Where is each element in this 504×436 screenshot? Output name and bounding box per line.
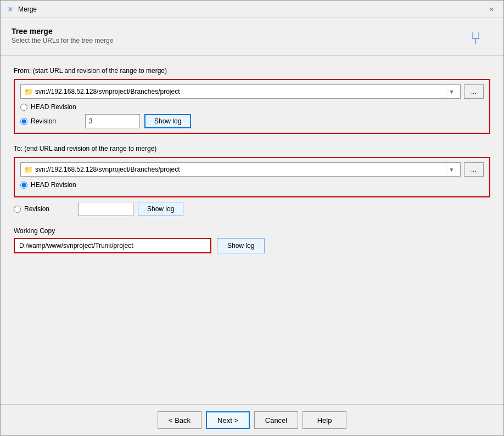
titlebar: ✳ Merge × bbox=[1, 1, 503, 18]
to-revision-radio[interactable] bbox=[14, 206, 21, 213]
working-copy-section: Working Copy Show log bbox=[14, 227, 490, 253]
svg-text:⑂: ⑂ bbox=[471, 29, 481, 48]
from-folder-icon: 📁 bbox=[24, 88, 33, 96]
working-copy-show-log-button[interactable]: Show log bbox=[217, 238, 265, 253]
back-button[interactable]: < Back bbox=[158, 411, 201, 429]
from-revision-label[interactable]: Revision bbox=[31, 117, 56, 125]
content-area: From: (start URL and revision of the ran… bbox=[1, 56, 503, 404]
from-head-radio[interactable] bbox=[20, 104, 27, 111]
from-head-label[interactable]: HEAD Revision bbox=[31, 103, 76, 111]
to-revision-row: Revision Show log bbox=[14, 202, 490, 216]
to-folder-icon: 📁 bbox=[24, 166, 33, 174]
from-url-row: 📁 ▼ ... bbox=[20, 84, 484, 99]
to-revision-label[interactable]: Revision bbox=[24, 205, 49, 213]
from-section: From: (start URL and revision of the ran… bbox=[14, 67, 490, 134]
from-revision-radio-wrapper: Revision bbox=[20, 117, 81, 125]
to-show-log-button[interactable]: Show log bbox=[138, 202, 183, 216]
next-button[interactable]: Next > bbox=[206, 411, 250, 429]
to-url-input[interactable] bbox=[35, 166, 444, 173]
to-url-row: 📁 ▼ ... bbox=[20, 162, 484, 177]
to-head-radio[interactable] bbox=[20, 182, 27, 189]
to-section: To: (end URL and revision of the range t… bbox=[14, 145, 490, 216]
help-button[interactable]: Help bbox=[303, 411, 346, 429]
from-url-input[interactable] bbox=[35, 88, 444, 95]
to-url-dropdown[interactable]: ▼ bbox=[446, 163, 457, 176]
working-copy-input[interactable] bbox=[14, 238, 211, 253]
from-revision-input[interactable] bbox=[85, 114, 140, 128]
to-label: To: (end URL and revision of the range t… bbox=[14, 145, 490, 152]
page-subtitle: Select the URLs for the tree merge bbox=[12, 37, 113, 44]
working-copy-row: Show log bbox=[14, 238, 490, 253]
window-title: Merge bbox=[18, 5, 37, 13]
from-show-log-button[interactable]: Show log bbox=[144, 114, 191, 128]
to-revision-input[interactable] bbox=[79, 202, 133, 216]
working-copy-label: Working Copy bbox=[14, 227, 490, 235]
footer: < Back Next > Cancel Help bbox=[1, 404, 503, 435]
to-head-label[interactable]: HEAD Revision bbox=[31, 181, 76, 189]
from-browse-button[interactable]: ... bbox=[464, 84, 484, 99]
close-button[interactable]: × bbox=[485, 3, 498, 16]
merge-logo-icon: ⑂ bbox=[471, 27, 492, 49]
from-url-wrapper: 📁 ▼ bbox=[20, 84, 461, 99]
cancel-button[interactable]: Cancel bbox=[254, 411, 298, 429]
titlebar-left: ✳ Merge bbox=[6, 5, 37, 14]
window-icon: ✳ bbox=[6, 5, 15, 14]
page-title: Tree merge bbox=[12, 27, 113, 36]
from-box: 📁 ▼ ... HEAD Revision Revision bbox=[14, 79, 490, 134]
from-revision-row: Revision Show log bbox=[20, 114, 484, 128]
to-url-wrapper: 📁 ▼ bbox=[20, 162, 461, 177]
header-text: Tree merge Select the URLs for the tree … bbox=[12, 27, 113, 44]
from-url-dropdown[interactable]: ▼ bbox=[446, 85, 457, 98]
header-logo: ⑂ bbox=[471, 27, 492, 49]
from-label: From: (start URL and revision of the ran… bbox=[14, 67, 490, 75]
to-revision-radio-wrapper: Revision bbox=[14, 205, 74, 213]
from-revision-radio[interactable] bbox=[20, 118, 27, 125]
header-section: Tree merge Select the URLs for the tree … bbox=[1, 18, 503, 56]
to-head-radio-row: HEAD Revision bbox=[20, 181, 484, 189]
from-head-radio-row: HEAD Revision bbox=[20, 103, 484, 111]
main-window: ✳ Merge × Tree merge Select the URLs for… bbox=[0, 0, 504, 436]
to-browse-button[interactable]: ... bbox=[464, 162, 484, 177]
to-box: 📁 ▼ ... HEAD Revision bbox=[14, 157, 490, 197]
